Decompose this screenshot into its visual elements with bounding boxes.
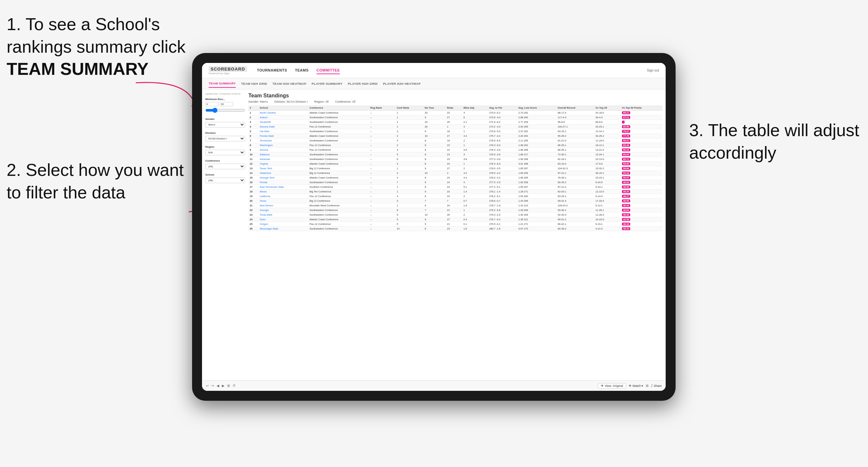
instruction-3: 3. The table will adjust accordingly xyxy=(689,119,861,164)
cell-school[interactable]: Arkansas xyxy=(258,157,308,162)
cell-no-tour: 8 xyxy=(424,185,446,189)
cell-school[interactable]: Texas Tech xyxy=(258,166,308,171)
cell-school[interactable]: Oklahoma xyxy=(258,171,308,176)
copy-icon[interactable]: ⊞ xyxy=(227,384,230,387)
forward-icon[interactable]: ▶ xyxy=(222,384,224,387)
min-rounds-input-2[interactable] xyxy=(220,102,233,106)
cell-school[interactable]: North Carolina xyxy=(258,111,308,115)
cell-school[interactable]: Alabama xyxy=(258,152,308,157)
filter-min-rounds: Minimum Rou... xyxy=(205,98,245,114)
table-area: Team Standings Gender: Men's Division: N… xyxy=(248,93,662,377)
back-icon[interactable]: ◀ xyxy=(217,384,219,387)
cell-avg-par: 280.7 -1.8 xyxy=(488,226,517,231)
cell-school[interactable]: Virginia xyxy=(258,162,308,166)
nav-committee[interactable]: COMMITTEE xyxy=(317,67,340,74)
table-row: 11ArkansasSoutheastern Conference–68233.… xyxy=(248,157,662,162)
cell-school[interactable]: Duke xyxy=(258,217,308,222)
cell-school[interactable]: Texas A&M xyxy=(258,213,308,217)
nav-links: TOURNAMENTS TEAMS COMMITTEE xyxy=(257,67,647,74)
cell-vs-top25: 13-24-1 xyxy=(594,152,621,157)
cell-rank: 8 xyxy=(248,143,258,148)
undo-icon[interactable]: ↩ xyxy=(206,384,209,387)
region-select[interactable]: N/A xyxy=(205,150,245,155)
table-row: 1North CarolinaAtlantic Coast Conference… xyxy=(248,111,662,115)
cell-school[interactable]: Mississippi State xyxy=(258,226,308,231)
cell-rng-rank: – xyxy=(369,217,396,222)
cell-school[interactable]: Georgia xyxy=(258,208,308,213)
min-rounds-label: Minimum Rou... xyxy=(205,98,245,101)
filter-division: Division NCAA Division I xyxy=(205,131,245,142)
cell-rng-rank: – xyxy=(369,120,396,125)
cell-school[interactable]: Georgia Tech xyxy=(258,176,308,180)
cell-no-tour: 29 xyxy=(424,111,446,115)
sub-nav-team-h2h-grid[interactable]: TEAM H2H GRID xyxy=(241,80,267,88)
cell-conference: Big 12 Conference xyxy=(308,199,369,204)
cell-vs-top50-points: 60.71 xyxy=(621,157,662,162)
view-original-button[interactable]: 👁 View: Original xyxy=(598,383,626,388)
cell-avg-par: 279.7 -0.4 xyxy=(488,217,517,222)
table-row: 17East Tennessee StateSouthern Conferenc… xyxy=(248,185,662,189)
nav-tournaments[interactable]: TOURNAMENTS xyxy=(257,67,287,74)
cell-school[interactable]: Ole Miss xyxy=(258,129,308,134)
min-rounds-input-1[interactable] xyxy=(205,102,219,106)
col-rnds: Rnds xyxy=(446,105,462,111)
cell-school[interactable]: Vanderbilt xyxy=(258,120,308,125)
cell-school[interactable]: Washington xyxy=(258,143,308,148)
col-vs-top50: Vs Top 50 Points xyxy=(621,105,662,111)
cell-wins: 1.8 xyxy=(462,204,488,208)
cell-school[interactable]: Arizona State xyxy=(258,125,308,129)
cell-vs-top25: 4-21-0 xyxy=(594,226,621,231)
sub-nav-team-summary[interactable]: TEAM SUMMARY xyxy=(209,80,236,88)
cell-rank: 20 xyxy=(248,199,258,204)
cell-school[interactable]: Florida xyxy=(258,180,308,185)
cell-school[interactable]: Oregon xyxy=(258,222,308,226)
cell-conference: Mountain West Conference xyxy=(308,204,369,208)
cell-school[interactable]: Arizona xyxy=(258,148,308,152)
cell-rng-rank: – xyxy=(369,199,396,204)
cell-school[interactable]: East Tennessee State xyxy=(258,185,308,189)
share-button[interactable]: ⤴ Share xyxy=(651,384,662,387)
sub-nav-player-h2h-heatmap[interactable]: PLAYER H2H HEATMAP xyxy=(383,80,421,88)
clock-icon[interactable]: ⏱ xyxy=(232,384,236,387)
cell-vs-top25: 89-6-0 xyxy=(594,120,621,125)
conference-select[interactable]: (All) xyxy=(205,164,245,169)
cell-vs-top50-points: 80.58 xyxy=(621,125,662,129)
cell-rng-rank: – xyxy=(369,115,396,120)
cell-school[interactable]: Illinois xyxy=(258,189,308,194)
min-rounds-slider[interactable] xyxy=(205,107,245,113)
cell-no-tour: 8 xyxy=(424,204,446,208)
cell-school[interactable]: Texas xyxy=(258,199,308,204)
cell-rnds: 27 xyxy=(446,115,462,120)
grid-icon[interactable]: ⊞ xyxy=(646,384,648,387)
sub-nav-player-h2h-grid[interactable]: PLAYER H2H GRID xyxy=(348,80,377,88)
table-row: 9ArizonaPac-12 Conference–38224.6276.3 -… xyxy=(248,148,662,152)
score-badge: 48.02 xyxy=(622,181,630,184)
nav-teams[interactable]: TEAMS xyxy=(295,67,309,74)
cell-conf-rank: 2 xyxy=(396,120,424,125)
cell-overall: 86-25-1 xyxy=(556,148,594,152)
cell-vs-top25: 33-25-2 xyxy=(594,134,621,138)
cell-vs-top25: 12-14-1 xyxy=(594,129,621,134)
cell-conference: Atlantic Coast Conference xyxy=(308,134,369,138)
sub-nav-player-summary[interactable]: PLAYER SUMMARY xyxy=(312,80,342,88)
division-select[interactable]: NCAA Division I xyxy=(205,136,245,142)
watch-button[interactable]: 👁 Watch ▾ xyxy=(628,384,643,387)
cell-overall: 95-6-0 xyxy=(556,120,594,125)
cell-school[interactable]: Tennessee xyxy=(258,138,308,143)
cell-avg-low: 1.53 260 xyxy=(517,194,556,199)
sub-nav-team-h2h-heatmap[interactable]: TEAM H2H HEATMAP xyxy=(273,80,306,88)
cell-no-tour: 26 xyxy=(424,125,446,129)
cell-rnds: 24 xyxy=(446,162,462,166)
cell-school[interactable]: California xyxy=(258,194,308,199)
cell-wins: 1 xyxy=(462,162,488,166)
cell-school[interactable]: Florida State xyxy=(258,134,308,138)
cell-no-tour: 7 xyxy=(424,208,446,213)
cell-school[interactable]: New Mexico xyxy=(258,204,308,208)
sign-out-button[interactable]: Sign out xyxy=(647,68,659,72)
gender-select[interactable]: Men's xyxy=(205,122,245,127)
school-select[interactable]: (All) xyxy=(205,178,245,183)
redo-icon[interactable]: ↪ xyxy=(211,384,214,387)
cell-school[interactable]: Auburn xyxy=(258,115,308,120)
cell-overall: 72-30-1 xyxy=(556,152,594,157)
cell-rnds: 18 xyxy=(446,138,462,143)
